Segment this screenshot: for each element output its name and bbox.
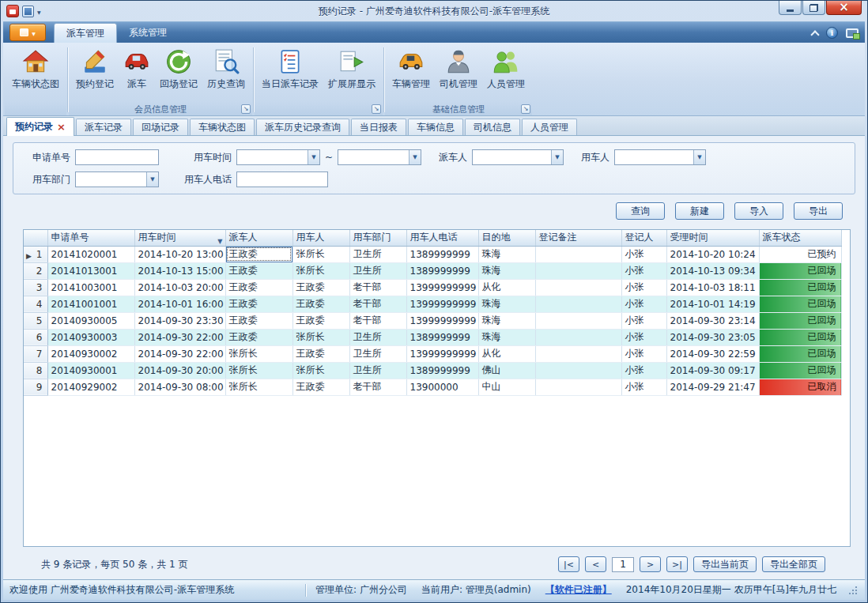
cell-user[interactable]: 张所长 [292, 262, 349, 279]
cell-remark[interactable] [535, 379, 621, 395]
cell-destination[interactable]: 珠海 [478, 262, 535, 279]
cell-remark[interactable] [535, 329, 621, 345]
export-button[interactable]: 导出 [794, 202, 843, 220]
cell-user[interactable]: 张所长 [292, 246, 349, 262]
dispatcher-input[interactable] [472, 149, 564, 165]
cell-phone[interactable]: 13900000 [406, 379, 478, 395]
table-row[interactable]: 7201409300022014-09-30 22:00张所长王政委卫生所139… [24, 345, 841, 362]
cell-order-no[interactable]: 20140930002 [47, 345, 134, 362]
dispatch-button[interactable]: 派车 [119, 46, 155, 92]
cell-accept-time[interactable]: 2014-09-29 21:47 [666, 379, 759, 395]
cell-status[interactable]: 已回场 [759, 362, 841, 379]
cell-remark[interactable] [535, 279, 621, 296]
cell-use-time[interactable]: 2014-10-03 20:00 [134, 279, 225, 296]
cell-order-no[interactable]: 20140930001 [47, 362, 134, 379]
query-button[interactable]: 查询 [616, 202, 665, 220]
column-header[interactable] [24, 230, 47, 246]
cell-dept[interactable]: 老干部 [349, 379, 406, 395]
doc-tab-1[interactable]: 派车记录 [76, 119, 131, 135]
column-header[interactable]: 受理时间 [666, 230, 759, 246]
row-selector[interactable]: 5 [24, 312, 47, 329]
doc-tab-7[interactable]: 司机信息 [465, 119, 520, 135]
cell-destination[interactable]: 从化 [478, 279, 535, 296]
doc-tab-6[interactable]: 车辆信息 [408, 119, 463, 135]
cell-dept[interactable]: 老干部 [349, 279, 406, 296]
cell-use-time[interactable]: 2014-09-30 23:30 [134, 312, 225, 329]
cell-phone[interactable]: 1389999999 [406, 246, 478, 262]
page-number-input[interactable] [612, 557, 634, 572]
cell-order-no[interactable]: 20141020001 [47, 246, 134, 262]
dialog-launcher-icon[interactable] [521, 104, 530, 114]
cell-destination[interactable]: 珠海 [478, 312, 535, 329]
cell-dept[interactable]: 卫生所 [349, 246, 406, 262]
cell-destination[interactable]: 珠海 [478, 246, 535, 262]
chevron-down-icon[interactable] [693, 150, 705, 164]
cell-user[interactable]: 王政委 [292, 312, 349, 329]
personnel-manage-button[interactable]: 人员管理 [482, 46, 530, 92]
cell-dispatcher[interactable]: 王政委 [225, 262, 292, 279]
cell-status[interactable]: 已回场 [759, 279, 841, 296]
cell-user[interactable]: 王政委 [292, 296, 349, 312]
doc-tab-5[interactable]: 当日报表 [351, 119, 406, 135]
row-selector[interactable]: 8 [24, 362, 47, 379]
cell-dispatcher[interactable]: 王政委 [225, 329, 292, 345]
switch-window-icon[interactable] [846, 28, 859, 38]
cell-phone[interactable]: 13999999999 [406, 296, 478, 312]
cell-use-time[interactable]: 2014-10-13 15:00 [134, 262, 225, 279]
cell-destination[interactable]: 佛山 [478, 362, 535, 379]
doc-tab-2[interactable]: 回场记录 [133, 119, 188, 135]
doc-tab-0[interactable]: 预约记录× [6, 117, 74, 136]
column-header[interactable]: 用车时间 [134, 230, 225, 246]
doc-tab-4[interactable]: 派车历史记录查询 [256, 119, 349, 135]
cell-order-no[interactable]: 20140930003 [47, 329, 134, 345]
column-header[interactable]: 登记人 [621, 230, 666, 246]
cell-user[interactable]: 王政委 [292, 345, 349, 362]
column-header[interactable]: 申请单号 [47, 230, 134, 246]
table-row[interactable]: 1201410200012014-10-20 13:00王政委张所长卫生所138… [24, 246, 841, 262]
cell-use-time[interactable]: 2014-10-20 13:00 [134, 246, 225, 262]
cell-order-no[interactable]: 20141013001 [47, 262, 134, 279]
cell-remark[interactable] [535, 262, 621, 279]
history-query-button[interactable]: 历史查询 [202, 46, 250, 92]
cell-order-no[interactable]: 20140929002 [47, 379, 134, 395]
row-selector[interactable]: 6 [24, 329, 47, 345]
license-link[interactable]: 【软件已注册】 [545, 583, 612, 597]
dialog-launcher-icon[interactable] [241, 104, 251, 114]
column-header[interactable]: 派车人 [225, 230, 292, 246]
cell-accept-time[interactable]: 2014-10-03 18:11 [666, 279, 759, 296]
cell-remark[interactable] [535, 362, 621, 379]
cell-accept-time[interactable]: 2014-09-30 23:05 [666, 329, 759, 345]
row-selector[interactable]: 4 [24, 296, 47, 312]
column-header[interactable]: 登记备注 [535, 230, 621, 246]
table-row[interactable]: 8201409300012014-09-30 20:00张所长张所长卫生所138… [24, 362, 841, 379]
row-selector[interactable]: 2 [24, 262, 47, 279]
cell-user[interactable]: 张所长 [292, 362, 349, 379]
order-no-input[interactable] [75, 149, 159, 165]
resize-grip-icon[interactable] [855, 593, 857, 594]
cell-phone[interactable]: 1389999999 [406, 329, 478, 345]
cell-registrar[interactable]: 小张 [621, 296, 666, 312]
cell-phone[interactable]: 13999999999 [406, 345, 478, 362]
row-selector[interactable]: 7 [24, 345, 47, 362]
ribbon-tab-dispatch[interactable]: 派车管理 [54, 23, 117, 43]
cell-status[interactable]: 已回场 [759, 329, 841, 345]
column-header[interactable]: 目的地 [478, 230, 535, 246]
cell-registrar[interactable]: 小张 [621, 345, 666, 362]
chevron-down-icon[interactable] [37, 6, 41, 17]
driver-manage-button[interactable]: 司机管理 [435, 46, 482, 92]
last-page-button[interactable]: >| [666, 556, 688, 572]
cell-dept[interactable]: 卫生所 [349, 345, 406, 362]
doc-tab-8[interactable]: 人员管理 [522, 119, 577, 135]
cell-dept[interactable]: 老干部 [349, 296, 406, 312]
column-header[interactable]: 用车部门 [349, 230, 406, 246]
first-page-button[interactable]: |< [558, 556, 579, 572]
cell-destination[interactable]: 中山 [478, 379, 535, 395]
dialog-launcher-icon[interactable] [372, 104, 381, 114]
cell-status[interactable]: 已取消 [759, 379, 841, 395]
app-menu-button[interactable] [9, 24, 46, 41]
vehicle-manage-button[interactable]: 车辆管理 [387, 46, 435, 92]
cell-phone[interactable]: 13999999999 [406, 312, 478, 329]
cell-remark[interactable] [535, 345, 621, 362]
reservation-register-button[interactable]: 预约登记 [71, 46, 119, 92]
layout-icon[interactable] [22, 6, 34, 17]
